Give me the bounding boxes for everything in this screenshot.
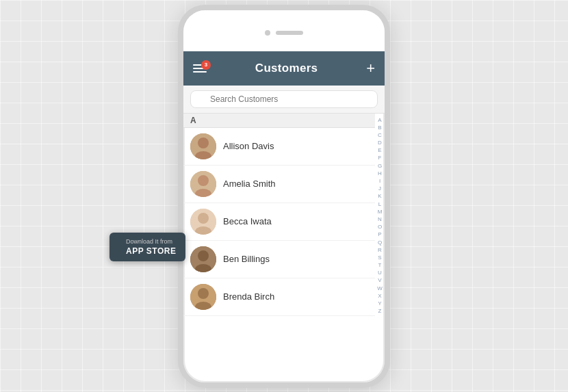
alpha-l[interactable]: L bbox=[378, 200, 381, 208]
menu-button[interactable]: 3 bbox=[193, 64, 207, 73]
customer-name: Brenda Birch bbox=[223, 291, 274, 302]
avatar bbox=[190, 246, 216, 272]
phone-top bbox=[183, 10, 385, 51]
alpha-r[interactable]: R bbox=[378, 246, 382, 254]
alpha-o[interactable]: O bbox=[378, 223, 382, 231]
alpha-b[interactable]: B bbox=[378, 124, 381, 131]
badge-text: Download It from APP STORE bbox=[126, 238, 176, 256]
avatar bbox=[190, 284, 216, 310]
customer-name: Ben Billings bbox=[223, 254, 270, 264]
alpha-c[interactable]: C bbox=[378, 131, 382, 139]
customer-name: Becca Iwata bbox=[223, 216, 272, 226]
page-title: Customers bbox=[255, 62, 318, 75]
alpha-v[interactable]: V bbox=[378, 276, 381, 284]
svg-point-7 bbox=[198, 213, 209, 224]
phone-camera bbox=[265, 30, 270, 36]
menu-bar-3 bbox=[193, 71, 207, 73]
alpha-m[interactable]: M bbox=[378, 208, 383, 215]
list-item[interactable]: Allison Davis bbox=[183, 128, 375, 166]
alpha-s[interactable]: S bbox=[378, 254, 381, 261]
alpha-a[interactable]: A bbox=[378, 116, 381, 124]
alphabet-index: A B C D E F G H I J K L M N O P Q R S T … bbox=[375, 114, 385, 386]
section-header-a: A bbox=[183, 114, 375, 128]
badge-line1: Download It from bbox=[126, 238, 176, 246]
alpha-e[interactable]: E bbox=[378, 146, 381, 154]
list-item[interactable]: Amelia Smith bbox=[183, 166, 375, 203]
alpha-n[interactable]: N bbox=[378, 215, 382, 223]
phone-speaker bbox=[276, 31, 303, 35]
svg-point-10 bbox=[198, 250, 209, 261]
phone-frame: 3 Customers + 🔍 A Allison Davi bbox=[178, 5, 390, 388]
avatar bbox=[190, 171, 216, 197]
badge-line2: APP STORE bbox=[126, 246, 176, 256]
alpha-h[interactable]: H bbox=[378, 170, 382, 177]
alpha-p[interactable]: P bbox=[378, 231, 381, 238]
alpha-t[interactable]: T bbox=[378, 261, 382, 269]
alpha-j[interactable]: J bbox=[378, 185, 381, 192]
svg-point-13 bbox=[198, 288, 209, 299]
avatar bbox=[190, 133, 216, 159]
search-wrapper: 🔍 bbox=[190, 90, 378, 108]
search-bar: 🔍 bbox=[183, 86, 385, 114]
customer-list-wrapper: A Allison Davis bbox=[183, 114, 385, 386]
list-item[interactable]: Becca Iwata bbox=[183, 203, 375, 241]
alpha-d[interactable]: D bbox=[378, 139, 382, 146]
add-customer-button[interactable]: + bbox=[366, 61, 375, 76]
svg-point-4 bbox=[198, 175, 209, 186]
list-item[interactable]: Brenda Birch bbox=[183, 278, 375, 316]
notification-badge: 3 bbox=[201, 60, 211, 70]
list-item[interactable]: Ben Billings bbox=[183, 241, 375, 278]
alpha-u[interactable]: U bbox=[378, 269, 382, 276]
alpha-g[interactable]: G bbox=[378, 162, 382, 170]
alpha-i[interactable]: I bbox=[379, 177, 380, 185]
svg-point-1 bbox=[198, 138, 209, 148]
alpha-y[interactable]: Y bbox=[378, 300, 381, 307]
customer-name: Amelia Smith bbox=[223, 179, 276, 189]
alpha-k[interactable]: K bbox=[378, 192, 381, 200]
alpha-w[interactable]: W bbox=[377, 285, 383, 292]
search-input[interactable] bbox=[190, 90, 378, 108]
alpha-f[interactable]: F bbox=[378, 154, 382, 161]
customer-name: Allison Davis bbox=[223, 141, 274, 151]
customer-list: A Allison Davis bbox=[183, 114, 375, 386]
app-header: 3 Customers + bbox=[183, 51, 385, 86]
alpha-x[interactable]: X bbox=[378, 292, 381, 300]
avatar bbox=[190, 209, 216, 235]
alpha-z[interactable]: Z bbox=[378, 307, 382, 315]
appstore-badge[interactable]: Download It from APP STORE bbox=[109, 233, 185, 261]
alpha-q[interactable]: Q bbox=[378, 239, 382, 246]
